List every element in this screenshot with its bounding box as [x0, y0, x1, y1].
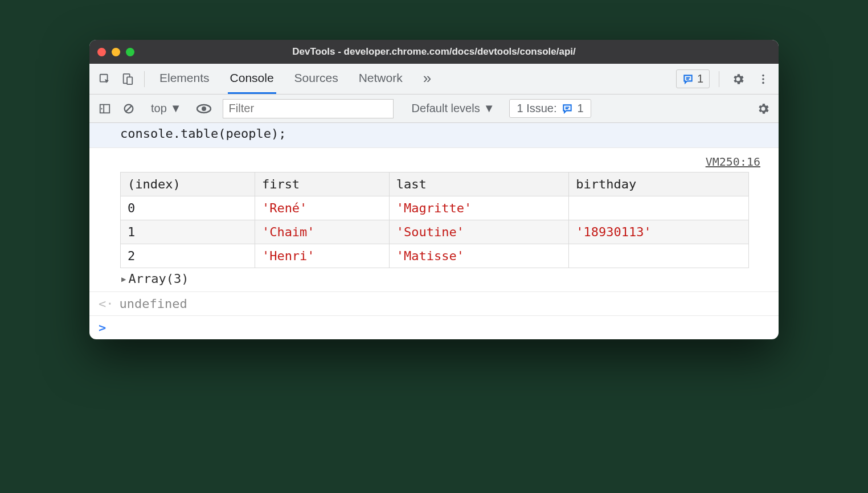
traffic-lights	[97, 48, 134, 56]
cell-last: 'Matisse'	[389, 244, 569, 268]
console-table: (index) first last birthday 0 'René' 'Ma…	[120, 172, 749, 268]
table-row[interactable]: 0 'René' 'Magritte'	[121, 196, 749, 220]
context-label: top	[151, 102, 167, 115]
return-row: <· undefined	[89, 292, 779, 316]
gear-icon[interactable]	[728, 69, 748, 89]
console-command: console.table(people);	[89, 123, 779, 148]
panel-tabs: Elements Console Sources Network »	[157, 64, 433, 94]
table-row[interactable]: 2 'Henri' 'Matisse'	[121, 244, 749, 268]
cell-last: 'Soutine'	[389, 220, 569, 244]
console-filter-bar: top ▼ Default levels ▼ 1 Issue: 1	[89, 95, 779, 123]
issues-label: 1 Issue:	[517, 102, 556, 115]
tab-sources[interactable]: Sources	[292, 64, 341, 94]
svg-rect-2	[127, 77, 132, 84]
cell-birthday	[569, 244, 749, 268]
svg-point-6	[762, 78, 764, 80]
col-birthday[interactable]: birthday	[569, 172, 749, 196]
cell-index: 1	[121, 220, 255, 244]
devtools-window: DevTools - developer.chrome.com/docs/dev…	[89, 40, 779, 339]
console-output: VM250:16 (index) first last birthday 0 '…	[89, 148, 779, 292]
svg-line-11	[126, 106, 131, 111]
issues-counter[interactable]: 1	[676, 69, 710, 88]
col-first[interactable]: first	[255, 172, 389, 196]
cell-last: 'Magritte'	[389, 196, 569, 220]
col-last[interactable]: last	[389, 172, 569, 196]
svg-point-13	[202, 106, 206, 111]
issues-count: 1	[697, 72, 703, 85]
array-expand[interactable]: ▶ Array(3)	[120, 272, 768, 286]
window-title: DevTools - developer.chrome.com/docs/dev…	[89, 46, 779, 57]
levels-label: Default levels	[412, 102, 480, 115]
tab-elements[interactable]: Elements	[157, 64, 212, 94]
maximize-window-button[interactable]	[126, 48, 134, 56]
chat-icon	[682, 73, 694, 85]
context-selector[interactable]: top ▼	[148, 102, 185, 115]
cell-first: 'René'	[255, 196, 389, 220]
kebab-menu-icon[interactable]	[754, 69, 773, 89]
array-summary: Array(3)	[128, 272, 189, 286]
cell-birthday: '18930113'	[569, 220, 749, 244]
chevron-down-icon: ▼	[484, 102, 495, 115]
return-arrow-icon: <·	[99, 297, 114, 311]
clear-console-icon[interactable]	[119, 99, 138, 118]
log-levels-selector[interactable]: Default levels ▼	[406, 102, 501, 115]
gear-icon[interactable]	[754, 99, 773, 118]
sidebar-toggle-icon[interactable]	[95, 99, 114, 118]
device-toolbar-icon[interactable]	[118, 69, 137, 89]
table-row[interactable]: 1 'Chaim' 'Soutine' '18930113'	[121, 220, 749, 244]
tab-console[interactable]: Console	[228, 64, 276, 94]
filter-input[interactable]	[223, 99, 394, 118]
svg-point-7	[762, 81, 764, 84]
cell-index: 0	[121, 196, 255, 220]
svg-point-5	[762, 74, 764, 76]
cell-index: 2	[121, 244, 255, 268]
tab-network[interactable]: Network	[357, 64, 405, 94]
live-expression-icon[interactable]	[194, 99, 214, 118]
triangle-right-icon: ▶	[121, 274, 126, 284]
toolbar-separator	[719, 71, 719, 87]
cell-first: 'Henri'	[255, 244, 389, 268]
cell-birthday	[569, 196, 749, 220]
prompt-caret-icon: >	[99, 321, 106, 335]
chat-icon	[562, 103, 573, 114]
toolbar-separator	[144, 71, 145, 87]
close-window-button[interactable]	[97, 48, 106, 56]
source-link[interactable]: VM250:16	[706, 155, 760, 169]
inspect-element-icon[interactable]	[95, 69, 114, 89]
chevron-down-icon: ▼	[170, 102, 182, 115]
col-index[interactable]: (index)	[121, 172, 255, 196]
window-titlebar: DevTools - developer.chrome.com/docs/dev…	[89, 40, 779, 64]
issues-box[interactable]: 1 Issue: 1	[509, 99, 591, 118]
console-prompt[interactable]: >	[89, 316, 779, 339]
tab-overflow[interactable]: »	[421, 64, 433, 94]
table-header-row: (index) first last birthday	[121, 172, 749, 196]
main-toolbar: Elements Console Sources Network » 1	[89, 64, 779, 95]
cell-first: 'Chaim'	[255, 220, 389, 244]
issues-count: 1	[578, 102, 584, 115]
return-value: undefined	[120, 297, 187, 311]
minimize-window-button[interactable]	[112, 48, 120, 56]
console-body: console.table(people); VM250:16 (index) …	[89, 123, 779, 339]
